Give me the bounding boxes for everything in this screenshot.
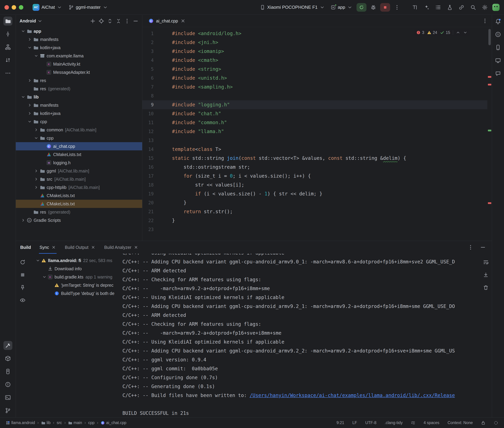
line-number[interactable]: 1 [142,29,154,38]
chevron-right-icon[interactable] [27,37,32,42]
passed-count[interactable]: 15 [440,30,450,35]
scrollbar-thumb[interactable] [488,29,491,45]
indent-widget[interactable]: 4 spaces [424,420,439,425]
tree-item-messageadapter-kt[interactable]: KMessageAdapter.kt [16,68,142,76]
more-button[interactable] [3,69,12,78]
project-folder-button[interactable] [3,16,12,25]
link-button[interactable] [457,3,466,12]
line-number[interactable]: 5 [142,65,154,74]
app-quality-insights-button[interactable] [494,69,503,78]
run-configuration-selector[interactable]: app [329,3,354,11]
line-number[interactable]: 19 [142,189,154,198]
expand-all-button[interactable] [106,17,114,25]
tree-item-cmakelists-txt[interactable]: CMakeLists.txt [16,200,142,208]
tree-item-cmakelists-txt[interactable]: CMakeLists.txt [16,150,142,159]
tree-item-manifests[interactable]: manifests [16,101,142,109]
rerun-button[interactable] [357,3,367,12]
tree-item-gradle-scripts[interactable]: GGradle Scripts [16,216,142,224]
line-number[interactable]: 12 [142,127,154,136]
line-number[interactable]: 21 [142,207,154,216]
line-number[interactable]: 10 [142,109,154,118]
zoom-window-button[interactable] [19,5,23,10]
chevron-right-icon[interactable] [27,78,32,83]
commit-button[interactable] [3,30,12,39]
tree-item-common[interactable]: common[AiChat.lib.main] [16,126,142,134]
settings-button[interactable] [480,3,489,12]
line-number[interactable]: 4 [142,56,154,65]
close-icon[interactable] [180,18,186,24]
options-button[interactable] [123,17,131,25]
minimize-window-button[interactable] [12,5,16,10]
stop-button[interactable] [380,3,390,12]
build-tool-window-button[interactable] [3,341,12,350]
line-number[interactable]: 20 [142,198,154,207]
chevron-down-icon[interactable] [21,29,26,33]
line-number[interactable]: 7 [142,82,154,91]
collapse-all-button[interactable] [114,17,123,25]
hide-button[interactable] [478,243,487,252]
line-number[interactable]: 15 [142,154,154,163]
build-output-link[interactable]: /Users/hanyin/Workspace/ai-chat/examples… [250,393,455,398]
gradle-button[interactable]: G [494,30,503,39]
next-problem-icon[interactable] [463,30,468,35]
tree-item-res[interactable]: res(generated) [16,208,142,216]
structure-button[interactable] [3,43,12,51]
breadcrumb-cpp[interactable]: cpp [88,420,94,425]
code-style-widget[interactable]: .clang-tidy [385,420,403,425]
breadcrumb-ai-chat-cpp[interactable]: Cai_chat.cpp [101,420,126,425]
soft-wrap-button[interactable] [481,258,490,267]
pull-requests-button[interactable] [3,56,12,65]
context-widget[interactable]: Context: None [448,420,473,425]
add-button[interactable] [89,17,97,25]
chevron-down-icon[interactable] [21,95,26,99]
line-number[interactable]: 3 [142,47,154,56]
preview-button[interactable] [18,296,27,305]
line-number[interactable]: 6 [142,74,154,82]
tree-item-manifests[interactable]: manifests [16,35,142,43]
error-stripe-mark[interactable] [488,84,491,85]
chevron-down-icon[interactable] [27,119,32,124]
breadcrumb-lib[interactable]: lib [41,420,51,425]
tree-item-cpp-httplib[interactable]: cpp-httplib[AiChat.lib.main] [16,183,142,191]
previous-problem-icon[interactable] [456,30,460,35]
tree-item-cpp[interactable]: cpp [16,134,142,142]
tree-item-res[interactable]: res(generated) [16,85,142,93]
line-number[interactable]: 16 [142,163,154,172]
rerun-button[interactable] [18,258,27,267]
device-manager-button[interactable] [494,43,503,52]
encoding-widget[interactable]: UTF-8 [365,420,376,425]
tab-build-output[interactable]: Build Output [64,241,96,254]
clear-button[interactable] [481,283,490,292]
terminal-button[interactable] [3,393,12,402]
line-number[interactable]: 9 [142,100,154,109]
more-actions-button[interactable] [393,3,401,12]
build-console[interactable]: C/C++: -- Using KleidiAI optimized kerne… [120,254,480,417]
editor-tab-ai-chat-cpp[interactable]: C ai_chat.cpp [145,15,189,27]
tree-item-kotlin-java[interactable]: kotlin+java [16,43,142,52]
dependencies-button[interactable] [3,354,12,363]
task-list-button[interactable] [434,3,443,12]
version-control-button[interactable] [3,406,12,415]
user-avatar[interactable] [492,4,500,11]
line-number[interactable]: 11 [142,118,154,127]
chevron-right-icon[interactable] [21,218,26,222]
line-number[interactable]: 2 [142,38,154,47]
line-number[interactable]: 14 [142,145,154,154]
line-number[interactable]: 22 [142,216,154,225]
close-window-button[interactable] [4,5,9,10]
vcs-branch-widget[interactable]: ggml-master [67,3,109,11]
editor-scrollbar[interactable] [487,27,492,241]
tree-item-ai-chat-cpp[interactable]: Cai_chat.cpp [16,142,142,150]
write-access-lock-icon[interactable] [481,421,486,425]
scroll-to-end-button[interactable] [481,271,490,279]
pin-button[interactable] [18,283,27,292]
chevron-down-icon[interactable] [42,275,47,279]
device-file-explorer-button[interactable] [3,367,12,376]
project-widget[interactable]: AC AiChat [31,3,64,12]
tree-item-app[interactable]: app [16,27,142,35]
highlighting-level-icon[interactable] [494,421,498,425]
tab-build-analyzer[interactable]: Build Analyzer [103,241,139,254]
device-selector[interactable]: Xiaomi POCOPHONE F1 [258,3,326,11]
editor-body[interactable]: 1#include <android/log.h>2#include <jni.… [142,27,492,241]
running-devices-button[interactable] [494,56,503,65]
